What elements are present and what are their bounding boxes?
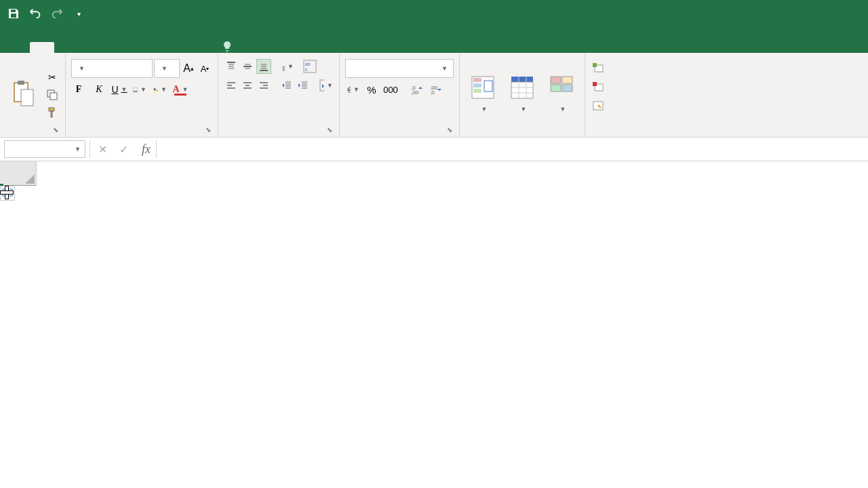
svg-rect-52 bbox=[511, 77, 533, 82]
svg-text:c: c bbox=[305, 67, 308, 72]
decrease-font-icon[interactable]: A▾ bbox=[197, 61, 212, 76]
svg-text:€: € bbox=[347, 85, 351, 95]
svg-rect-53 bbox=[511, 82, 533, 98]
insert-cells-icon[interactable] bbox=[591, 60, 606, 75]
percent-format-icon[interactable]: % bbox=[364, 82, 379, 97]
svg-rect-8 bbox=[174, 94, 186, 96]
tell-me-search[interactable] bbox=[221, 41, 237, 53]
number-format-select[interactable]: ▼ bbox=[345, 59, 454, 78]
group-number-label: ⬊ bbox=[345, 133, 454, 136]
redo-icon[interactable] bbox=[50, 7, 64, 20]
align-bottom-icon[interactable] bbox=[256, 59, 271, 74]
align-top-icon[interactable] bbox=[224, 59, 239, 74]
tab-ansicht[interactable] bbox=[176, 42, 201, 53]
svg-rect-49 bbox=[473, 83, 481, 87]
conditional-formatting-icon bbox=[471, 75, 495, 100]
conditional-formatting-label: ▼ bbox=[479, 102, 488, 114]
svg-rect-5 bbox=[133, 87, 137, 92]
copy-icon[interactable] bbox=[45, 87, 60, 102]
delete-cells-icon[interactable] bbox=[591, 79, 606, 94]
tab-start[interactable] bbox=[30, 42, 54, 53]
ribbon: ✂ ⬊ ▼ ▼ A▴ A▾ F K bbox=[0, 53, 868, 138]
title-bar: ▾ bbox=[0, 0, 868, 27]
launcher-icon[interactable]: ⬊ bbox=[52, 126, 60, 134]
svg-rect-1 bbox=[18, 81, 24, 85]
decrease-indent-icon[interactable] bbox=[279, 78, 294, 93]
svg-rect-51 bbox=[484, 81, 492, 92]
increase-font-icon[interactable]: A▴ bbox=[181, 61, 196, 76]
fill-color-icon[interactable]: ▼ bbox=[153, 82, 167, 97]
tab-formeln[interactable] bbox=[103, 42, 127, 53]
tab-seitenlayout[interactable] bbox=[79, 42, 103, 53]
paste-button[interactable] bbox=[5, 56, 41, 133]
name-box[interactable]: ▼ bbox=[4, 140, 85, 158]
launcher-icon[interactable]: ⬊ bbox=[326, 126, 334, 134]
italic-icon[interactable]: K bbox=[92, 82, 106, 97]
bold-icon[interactable]: F bbox=[71, 82, 86, 97]
launcher-icon[interactable]: ⬊ bbox=[204, 126, 212, 134]
group-alignment-label: ⬊ bbox=[224, 133, 334, 136]
formula-bar: ▼ ✕ ✓ fx bbox=[0, 138, 868, 161]
tab-daten[interactable] bbox=[127, 42, 152, 53]
save-icon[interactable] bbox=[7, 7, 20, 20]
underline-icon[interactable]: U▼ bbox=[112, 82, 127, 97]
align-left-icon[interactable] bbox=[224, 78, 239, 93]
group-font-label: ⬊ bbox=[71, 133, 212, 136]
increase-indent-icon[interactable] bbox=[296, 78, 311, 93]
format-cells-icon[interactable] bbox=[591, 98, 606, 113]
increase-decimal-icon[interactable]: ,0,00 bbox=[410, 82, 425, 97]
font-color-icon[interactable]: A ▼ bbox=[173, 82, 188, 97]
clipboard-icon bbox=[11, 81, 35, 106]
font-size-select[interactable]: ▼ bbox=[154, 59, 180, 78]
tab-ueberpruefen[interactable] bbox=[152, 42, 176, 53]
svg-rect-2 bbox=[21, 89, 33, 106]
comma-format-icon[interactable]: 000 bbox=[383, 82, 398, 97]
svg-text:,0: ,0 bbox=[430, 89, 435, 95]
group-number: ▼ €▼ % 000 ,0,00 ,00,0 ⬊ bbox=[340, 53, 460, 137]
merge-center-icon[interactable]: ▼ bbox=[319, 78, 334, 93]
group-styles: ▼ ▼ ▼ bbox=[460, 53, 585, 137]
svg-rect-63 bbox=[593, 63, 597, 67]
cancel-icon[interactable]: ✕ bbox=[98, 143, 107, 156]
launcher-icon[interactable]: ⬊ bbox=[446, 126, 454, 134]
tab-datei[interactable] bbox=[5, 42, 30, 53]
group-styles-label bbox=[465, 133, 579, 136]
enter-icon[interactable]: ✓ bbox=[119, 143, 128, 156]
svg-text:,00: ,00 bbox=[411, 89, 419, 95]
conditional-formatting-button[interactable]: ▼ bbox=[465, 56, 500, 133]
font-name-select[interactable]: ▼ bbox=[71, 59, 153, 78]
svg-text:ab: ab bbox=[305, 62, 311, 66]
svg-rect-59 bbox=[562, 77, 572, 83]
undo-icon[interactable] bbox=[28, 7, 42, 20]
group-clipboard: ✂ ⬊ bbox=[0, 53, 66, 137]
align-right-icon[interactable] bbox=[256, 78, 271, 93]
svg-rect-60 bbox=[551, 85, 561, 92]
svg-rect-61 bbox=[562, 85, 572, 92]
fx-icon[interactable]: fx bbox=[136, 142, 156, 157]
select-all-corner[interactable] bbox=[0, 161, 37, 186]
format-as-table-button[interactable]: ▼ bbox=[505, 56, 540, 133]
bulb-icon bbox=[221, 41, 233, 53]
cell-styles-button[interactable]: ▼ bbox=[544, 56, 579, 133]
formula-input[interactable] bbox=[157, 140, 868, 158]
tab-einfuegen[interactable] bbox=[54, 42, 79, 53]
svg-rect-67 bbox=[3, 189, 12, 196]
svg-text:ab: ab bbox=[280, 61, 285, 73]
align-middle-icon[interactable] bbox=[240, 59, 255, 74]
group-cells bbox=[585, 53, 614, 137]
spreadsheet-grid bbox=[0, 161, 868, 186]
svg-rect-7 bbox=[153, 91, 158, 92]
svg-rect-50 bbox=[473, 89, 481, 93]
autofill-options-icon[interactable] bbox=[0, 186, 15, 201]
orientation-icon[interactable]: ab▼ bbox=[279, 59, 294, 74]
format-painter-icon[interactable] bbox=[45, 105, 60, 120]
group-font: ▼ ▼ A▴ A▾ F K U▼ ▼ ▼ A ▼ bbox=[66, 53, 218, 137]
cell-styles-label: ▼ bbox=[557, 102, 566, 114]
qat-customize-icon[interactable]: ▾ bbox=[72, 7, 85, 20]
wrap-text-icon[interactable]: abc bbox=[302, 59, 317, 74]
align-center-icon[interactable] bbox=[240, 78, 255, 93]
decrease-decimal-icon[interactable]: ,00,0 bbox=[429, 82, 444, 97]
accounting-format-icon[interactable]: €▼ bbox=[345, 82, 360, 97]
borders-icon[interactable]: ▼ bbox=[132, 82, 147, 97]
cut-icon[interactable]: ✂ bbox=[45, 70, 60, 85]
